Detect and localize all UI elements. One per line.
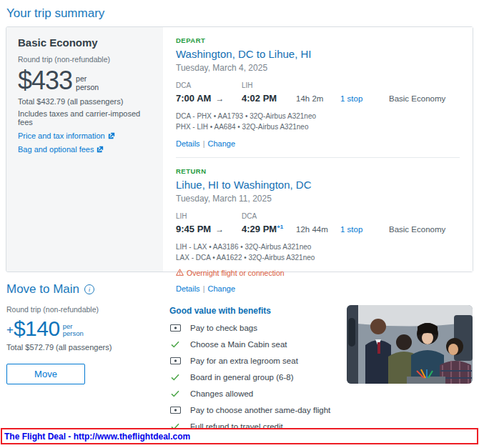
check-icon [169,341,181,348]
details-link[interactable]: Details [176,284,200,293]
cabin-label: Basic Economy [389,225,460,234]
move-to-main-section: Move to Main i Round trip (non-refundabl… [0,282,479,431]
trip-type-label: Round trip (non-refundable) [6,305,169,314]
benefit-item: Pay to check bags [169,324,347,332]
money-icon [169,357,181,364]
return-date: Tuesday, March 11, 2025 [176,194,460,204]
overnight-warning: Overnight flight or connection [176,269,460,277]
page-title: Your trip summary [0,0,479,26]
fare-summary-panel: Basic Economy Round trip (non-refundable… [6,27,163,272]
pipe-separator: | [203,284,205,293]
upsell-title: Move to Main [6,282,79,297]
check-icon [169,390,181,397]
segment-line: PHX - LIH • AA684 • 32Q-Airbus A321neo [176,121,460,132]
depart-time: 7:00 AM [176,93,211,104]
move-button[interactable]: Move [6,364,85,384]
flight-deal-banner-text: The Flight Deal - http://www.theflightde… [4,432,190,442]
arrow-right-icon: → [215,94,224,104]
total-all-passengers: Total $432.79 (all passengers) [18,97,152,106]
next-day-indicator: +1 [277,224,283,230]
price-amount: $140 [14,319,60,339]
segment-line: LAX - DCA • AA1622 • 32Q-Airbus A321neo [176,252,460,263]
details-link[interactable]: Details [176,139,200,148]
stops-link[interactable]: 1 stop [340,225,362,234]
return-times-row: 9:45 PM→ 4:29 PM+1 12h 44m 1 stop Basic … [176,222,460,235]
warning-triangle-icon [176,269,184,277]
total-all-passengers: Total $572.79 (all passengers) [6,343,169,352]
return-label: RETURN [176,167,460,175]
cabin-label: Basic Economy [389,94,460,103]
return-flight-block: RETURN Lihue, HI to Washington, DC Tuesd… [176,167,460,293]
change-link[interactable]: Change [207,139,235,148]
depart-route-title: Washington, DC to Lihue, HI [176,48,460,60]
flight-divider [176,157,460,158]
photo-column [347,305,473,431]
benefit-item: Choose a Main Cabin seat [169,340,347,349]
benefit-item: Pay for an extra legroom seat [169,357,347,365]
money-icon [169,407,181,414]
depart-time: 9:45 PM [176,224,211,234]
price-amount: $433 [18,69,72,93]
segment-line: DCA - PHX • AA1793 • 32Q-Airbus A321neo [176,111,460,121]
depart-flight-block: DEPART Washington, DC to Lihue, HI Tuesd… [176,36,460,148]
fare-name: Basic Economy [18,36,152,49]
price-unit: per person [76,75,99,91]
depart-times-row: 7:00 AM→ 4:02 PM 14h 2m 1 stop Basic Eco… [176,91,460,104]
depart-date: Tuesday, March 4, 2025 [176,63,460,73]
includes-taxes-note: Includes taxes and carrier-imposed fees [18,109,152,126]
benefit-item: Board in general group (6-8) [169,373,347,382]
bag-optional-fees-link[interactable]: Bag and optional fees [18,145,152,154]
benefit-item: Changes allowed [169,389,347,398]
arrive-time: 4:02 PM [242,93,296,104]
check-icon [169,374,181,381]
benefits-title: Good value with benefits [169,306,347,316]
plus-sign: + [6,323,14,337]
return-segments: LIH - LAX • AA3186 • 32Q-Airbus A321neo … [176,242,460,263]
upsell-price: + $140 per person [6,319,169,339]
fare-price: $433 per person [18,69,152,93]
upsell-price-column: Round trip (non-refundable) + $140 per p… [6,305,169,431]
depart-segments: DCA - PHX • AA1793 • 32Q-Airbus A321neo … [176,111,460,132]
external-link-icon [97,146,104,153]
depart-label: DEPART [176,36,460,44]
price-unit: per person [63,323,84,338]
trip-summary-card: Basic Economy Round trip (non-refundable… [6,26,473,272]
benefits-column: Good value with benefits Pay to check ba… [169,305,347,431]
stops-link[interactable]: 1 stop [340,94,362,103]
trip-type-label: Round trip (non-refundable) [18,55,152,64]
segment-line: LIH - LAX • AA3186 • 32Q-Airbus A321neo [176,242,460,252]
price-tax-information-link[interactable]: Price and tax information [18,131,152,140]
depart-airport-codes: DCA LIH [176,81,460,89]
benefit-item: Pay to choose another same-day flight [169,406,347,414]
external-link-icon [108,132,115,139]
duration: 14h 2m [296,94,340,103]
cabin-photo [347,305,473,384]
money-icon [169,324,181,332]
arrow-right-icon: → [215,224,224,234]
return-route-title: Lihue, HI to Washington, DC [176,179,460,191]
flight-deal-banner: The Flight Deal - http://www.theflightde… [1,428,478,444]
return-airport-codes: LIH DCA [176,212,460,220]
return-detail-links: Details|Change [176,284,460,293]
change-link[interactable]: Change [207,284,235,293]
pipe-separator: | [203,139,205,148]
info-icon[interactable]: i [84,284,94,294]
flights-panel: DEPART Washington, DC to Lihue, HI Tuesd… [163,27,473,272]
duration: 12h 44m [296,225,340,234]
arrive-time: 4:29 PM+1 [242,224,296,234]
depart-detail-links: Details|Change [176,139,460,148]
